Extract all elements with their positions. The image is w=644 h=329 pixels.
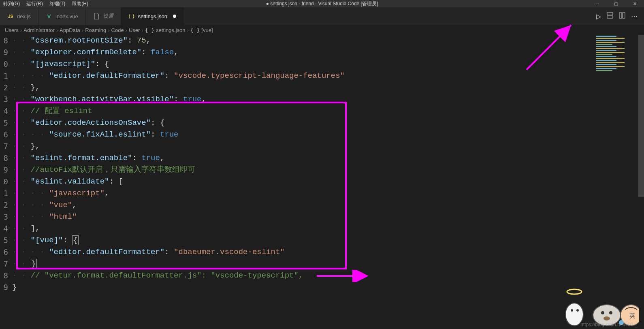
svg-point-13 — [603, 316, 610, 320]
code-area[interactable]: · · "cssrem.rootFontSize": 75, · · "expl… — [12, 35, 644, 329]
split-down-button[interactable] — [607, 12, 613, 20]
svg-point-9 — [576, 309, 579, 312]
tab-label: 设置 — [103, 13, 113, 20]
braces-icon: { } — [190, 27, 200, 33]
breadcrumb-item[interactable]: Administrator — [23, 27, 55, 33]
dirty-indicator-icon — [173, 15, 176, 18]
svg-rect-2 — [619, 13, 622, 18]
menu-help[interactable]: 帮助(H) — [72, 0, 88, 7]
line-numbers: 89 01 23 45 67 89 01 23 45 67 89 — [0, 35, 12, 329]
json-icon: { } — [128, 13, 135, 19]
braces-icon: { } — [145, 27, 154, 33]
file-icon — [93, 13, 100, 19]
vue-icon: V — [46, 13, 52, 19]
svg-point-6 — [567, 289, 582, 294]
vertical-scrollbar[interactable] — [638, 35, 644, 329]
run-button[interactable]: ▷ — [596, 13, 601, 20]
scrollbar-thumb[interactable] — [638, 35, 644, 197]
js-icon: JS — [7, 13, 14, 19]
split-right-button[interactable] — [619, 12, 625, 20]
svg-rect-3 — [623, 13, 625, 18]
svg-rect-1 — [607, 16, 613, 18]
svg-point-11 — [601, 311, 604, 314]
editor-tabs: JS dex.js V index.vue 设置 { } settings.js… — [0, 7, 644, 25]
watermark-text: https://blog.csdn.net/HXL_ — [580, 322, 638, 327]
tab-label: dex.js — [17, 13, 31, 19]
svg-rect-0 — [607, 13, 613, 15]
decorative-sticker: 英 — [550, 282, 639, 327]
minimize-button[interactable]: ─ — [588, 0, 607, 7]
tab-label: settings.json — [138, 13, 167, 19]
breadcrumb-item[interactable]: settings.json — [156, 27, 185, 33]
breadcrumb-item[interactable]: Roaming — [85, 27, 106, 33]
more-button[interactable]: ⋯ — [631, 13, 638, 20]
svg-point-12 — [609, 311, 612, 314]
window-title: ● settings.json - friend - Visual Studio… — [266, 0, 378, 7]
tab-label: index.vue — [55, 13, 78, 19]
menu-terminal[interactable]: 终端(T) — [49, 0, 65, 7]
minimap[interactable] — [596, 36, 637, 76]
breadcrumb-item[interactable]: [vue] — [201, 27, 213, 33]
breadcrumb-item[interactable]: Users — [5, 27, 19, 33]
titlebar: 转到(G) 运行(R) 终端(T) 帮助(H) ● settings.json … — [0, 0, 644, 7]
maximize-button[interactable]: ▢ — [607, 0, 625, 7]
editor-toolbar: ▷ ⋯ — [596, 7, 644, 25]
menu-run[interactable]: 运行(R) — [26, 0, 43, 7]
svg-text:英: 英 — [629, 312, 635, 319]
menu-goto[interactable]: 转到(G) — [3, 0, 20, 7]
code-editor[interactable]: 89 01 23 45 67 89 01 23 45 67 89 · · "cs… — [0, 35, 644, 329]
breadcrumb-item[interactable]: Code — [111, 27, 124, 33]
close-button[interactable]: ✕ — [625, 0, 644, 7]
breadcrumb-item[interactable]: AppData — [60, 27, 80, 33]
tab-settings-ui[interactable]: 设置 — [86, 7, 121, 25]
svg-point-8 — [571, 309, 573, 312]
tab-dex-js[interactable]: JS dex.js — [0, 7, 38, 25]
tab-settings-json[interactable]: { } settings.json — [121, 7, 184, 25]
breadcrumb-item[interactable]: User — [129, 27, 140, 33]
tab-index-vue[interactable]: V index.vue — [38, 7, 86, 25]
breadcrumb[interactable]: Users› Administrator› AppData› Roaming› … — [0, 25, 644, 35]
